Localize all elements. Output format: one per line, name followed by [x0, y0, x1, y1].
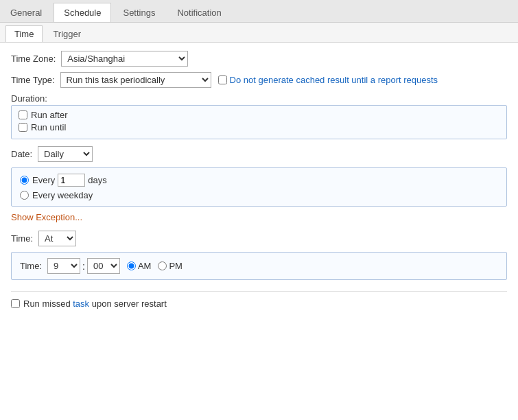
- days-suffix: days: [88, 175, 106, 185]
- daily-box: Every days Every weekday: [11, 167, 507, 207]
- run-after-row: Run after: [19, 110, 499, 120]
- time-section-row: Time: At: [11, 231, 507, 246]
- show-exception-link[interactable]: Show Exception...: [11, 212, 82, 222]
- subtab-time[interactable]: Time: [5, 25, 43, 42]
- run-missed-row: Run missed task upon server restart: [11, 299, 507, 309]
- every-weekday-row: Every weekday: [20, 190, 498, 200]
- run-after-label: Run after: [31, 110, 67, 120]
- main-content: Time Zone: Asia/Shanghai Time Type: Run …: [0, 43, 518, 420]
- every-weekday-label: Every weekday: [32, 190, 93, 200]
- pm-text: PM: [169, 261, 183, 271]
- pm-label[interactable]: PM: [158, 261, 183, 271]
- timezone-label: Time Zone:: [11, 54, 56, 64]
- cached-checkbox[interactable]: [218, 75, 227, 84]
- date-label: Date:: [11, 149, 32, 159]
- inner-time-label: Time:: [20, 261, 42, 271]
- date-row: Date: Daily: [11, 146, 507, 162]
- time-inner-row: Time: 9 : 00 AM PM: [20, 258, 498, 274]
- every-days-radio[interactable]: [20, 176, 29, 185]
- time-at-select[interactable]: At: [38, 231, 76, 246]
- tab-notification[interactable]: Notification: [167, 3, 231, 22]
- timetype-select[interactable]: Run this task periodically: [60, 72, 211, 88]
- run-until-row: Run until: [19, 122, 499, 132]
- tab-schedule[interactable]: Schedule: [54, 3, 111, 22]
- every-days-row: Every days: [20, 174, 498, 187]
- top-tabs: General Schedule Settings Notification: [0, 0, 518, 23]
- timetype-row: Time Type: Run this task periodically Do…: [11, 72, 507, 88]
- am-radio[interactable]: [127, 261, 136, 270]
- days-input[interactable]: [58, 174, 85, 187]
- duration-box: Run after Run until: [11, 105, 507, 139]
- colon-separator: :: [82, 261, 85, 272]
- run-until-checkbox[interactable]: [19, 123, 27, 132]
- subtab-trigger[interactable]: Trigger: [44, 25, 90, 42]
- duration-label: Duration:: [11, 93, 507, 104]
- duration-section: Duration: Run after Run until: [11, 93, 507, 139]
- ampm-group: AM PM: [127, 261, 189, 271]
- am-label[interactable]: AM: [127, 261, 152, 271]
- timezone-select[interactable]: Asia/Shanghai: [61, 51, 188, 67]
- timezone-row: Time Zone: Asia/Shanghai: [11, 51, 507, 67]
- time-box: Time: 9 : 00 AM PM: [11, 252, 507, 280]
- hour-select[interactable]: 9: [47, 258, 80, 274]
- pm-radio[interactable]: [158, 261, 167, 270]
- run-after-checkbox[interactable]: [19, 110, 27, 119]
- sub-tabs: Time Trigger: [0, 23, 518, 43]
- every-label: Every: [32, 175, 55, 185]
- cached-label-text: Do not generate cached result until a re…: [230, 75, 438, 85]
- bottom-section: Run missed task upon server restart: [11, 291, 507, 309]
- run-until-label: Run until: [31, 122, 66, 132]
- cached-checkbox-label[interactable]: Do not generate cached result until a re…: [218, 75, 438, 85]
- run-missed-label: Run missed task upon server restart: [23, 299, 167, 309]
- run-missed-checkbox[interactable]: [11, 299, 20, 308]
- minute-select[interactable]: 00: [87, 258, 120, 274]
- time-label: Time:: [11, 233, 33, 244]
- tab-settings[interactable]: Settings: [113, 3, 165, 22]
- am-text: AM: [138, 261, 152, 271]
- timetype-label: Time Type:: [11, 75, 55, 85]
- date-select[interactable]: Daily: [38, 146, 93, 162]
- every-weekday-radio[interactable]: [20, 191, 29, 200]
- run-missed-link: task: [73, 299, 89, 309]
- tab-general[interactable]: General: [0, 3, 52, 22]
